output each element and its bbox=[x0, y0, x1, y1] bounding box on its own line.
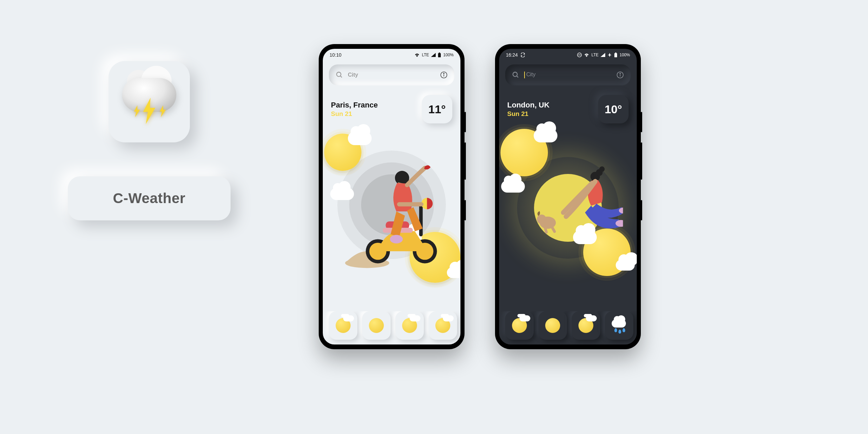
search-placeholder: City bbox=[524, 72, 612, 78]
wifi-icon bbox=[584, 53, 589, 57]
forecast-tile[interactable] bbox=[605, 311, 633, 340]
search-icon bbox=[336, 71, 343, 79]
rain-icon bbox=[612, 318, 627, 333]
forecast-row[interactable] bbox=[499, 311, 637, 344]
temperature-value: 10° bbox=[605, 103, 622, 116]
svg-rect-14 bbox=[419, 204, 423, 237]
temperature-tile[interactable]: 10° bbox=[598, 95, 629, 123]
location-block: London, UK Sun 21 bbox=[507, 101, 550, 118]
app-name-card: C-Weather bbox=[68, 176, 231, 220]
svg-point-26 bbox=[620, 73, 620, 74]
svg-rect-20 bbox=[614, 53, 617, 57]
dnd-icon bbox=[577, 53, 582, 57]
signal-icon bbox=[431, 53, 436, 57]
info-icon[interactable] bbox=[616, 71, 624, 79]
partly-cloudy-icon bbox=[435, 318, 450, 333]
svg-point-22 bbox=[513, 72, 517, 77]
signal-icon bbox=[600, 53, 605, 57]
battery-icon bbox=[614, 53, 617, 57]
partly-cloudy-icon bbox=[512, 318, 527, 333]
forecast-tile[interactable] bbox=[329, 311, 357, 340]
app-name: C-Weather bbox=[113, 190, 185, 206]
weather-illustration bbox=[502, 130, 633, 279]
person-scooter-illustration bbox=[344, 162, 443, 269]
svg-rect-21 bbox=[615, 53, 616, 53]
forecast-tile[interactable] bbox=[572, 311, 600, 340]
sync-icon bbox=[520, 53, 525, 57]
forecast-row[interactable] bbox=[323, 311, 460, 344]
forecast-tile[interactable] bbox=[538, 311, 567, 340]
status-time: 10:10 bbox=[330, 52, 341, 58]
svg-line-3 bbox=[340, 76, 342, 78]
temperature-tile[interactable]: 11° bbox=[422, 95, 452, 123]
wifi-icon bbox=[414, 53, 420, 57]
svg-rect-0 bbox=[438, 53, 441, 57]
cloud-icon bbox=[501, 180, 525, 193]
status-time: 16:24 bbox=[506, 52, 518, 58]
weather-illustration bbox=[326, 130, 457, 279]
partly-cloudy-icon bbox=[336, 318, 351, 333]
svg-point-2 bbox=[337, 72, 341, 77]
location-block: Paris, France Sun 21 bbox=[331, 101, 378, 118]
sunny-icon bbox=[369, 318, 384, 333]
location-name: London, UK bbox=[507, 101, 550, 110]
battery-label: 100% bbox=[619, 53, 630, 57]
location-name: Paris, France bbox=[331, 101, 378, 110]
battery-icon bbox=[438, 53, 441, 57]
svg-point-17 bbox=[390, 235, 403, 243]
partly-cloudy-icon bbox=[402, 318, 417, 333]
svg-point-31 bbox=[599, 166, 605, 172]
phone-mock-light: 10:10 LTE 100% City Paris, France Sun 21… bbox=[319, 44, 465, 349]
status-bar: 16:24 LTE 100% bbox=[499, 49, 637, 61]
forecast-tile[interactable] bbox=[429, 311, 457, 340]
svg-point-28 bbox=[537, 215, 546, 224]
forecast-tile[interactable] bbox=[395, 311, 424, 340]
storm-cloud-icon bbox=[122, 78, 176, 125]
network-label: LTE bbox=[591, 53, 598, 57]
temperature-value: 11° bbox=[428, 103, 446, 116]
app-icon-card bbox=[108, 61, 190, 142]
search-placeholder: City bbox=[348, 72, 435, 78]
battery-label: 100% bbox=[443, 53, 454, 57]
search-icon bbox=[512, 71, 519, 79]
airplane-icon bbox=[607, 53, 612, 57]
search-bar[interactable]: City bbox=[329, 64, 454, 85]
network-label: LTE bbox=[422, 53, 429, 57]
phone-mock-dark: 16:24 LTE 100% City London, UK Sun 21 bbox=[495, 44, 641, 349]
location-date: Sun 21 bbox=[507, 110, 550, 118]
svg-line-23 bbox=[517, 76, 518, 78]
search-bar[interactable]: City bbox=[505, 64, 631, 85]
forecast-tile[interactable] bbox=[362, 311, 391, 340]
svg-rect-1 bbox=[439, 53, 440, 53]
sunny-icon bbox=[545, 318, 560, 333]
partly-cloudy-icon bbox=[578, 318, 593, 333]
person-dog-illustration bbox=[528, 162, 623, 252]
forecast-tile[interactable] bbox=[505, 311, 534, 340]
status-bar: 10:10 LTE 100% bbox=[323, 49, 460, 61]
svg-point-6 bbox=[443, 73, 444, 74]
info-icon[interactable] bbox=[440, 71, 448, 79]
location-date: Sun 21 bbox=[331, 110, 378, 118]
